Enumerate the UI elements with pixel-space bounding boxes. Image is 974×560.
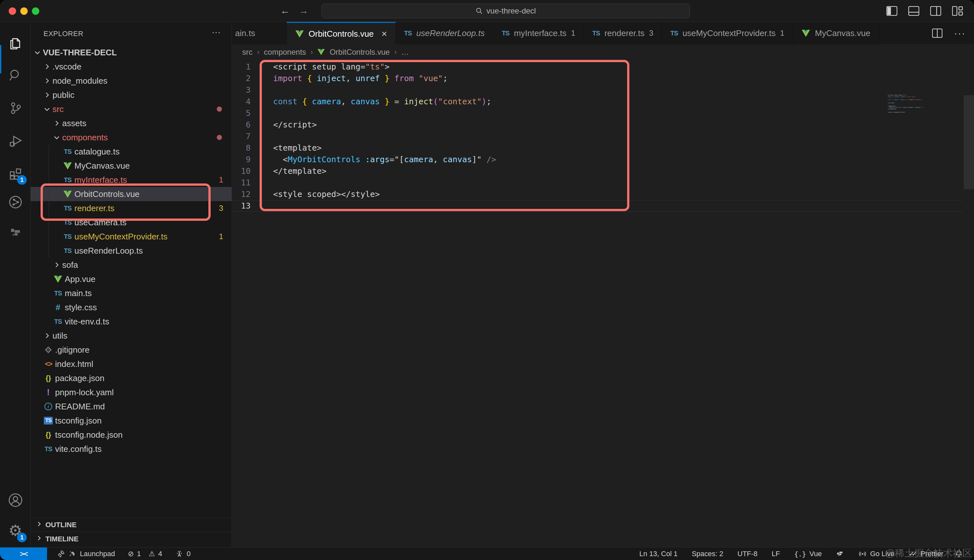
tab-renderer-ts[interactable]: TSrenderer.ts3	[584, 22, 662, 44]
file-item-usecamera-ts[interactable]: TSuseCamera.ts	[31, 215, 232, 230]
search-icon	[475, 7, 483, 15]
toggle-primary-sidebar-icon[interactable]	[886, 6, 897, 16]
toggle-panel-icon[interactable]	[908, 6, 919, 16]
command-center-search[interactable]: vue-three-decl	[321, 3, 690, 18]
file-item-vite-config-ts[interactable]: TSvite.config.ts	[31, 442, 232, 456]
sidebar-title: EXPLORER	[43, 30, 84, 38]
folder-item--vscode[interactable]: .vscode	[31, 60, 232, 74]
folder-item-public[interactable]: public	[31, 88, 232, 102]
file-item-catalogue-ts[interactable]: TScatalogue.ts	[31, 145, 232, 159]
settings-gear-icon[interactable]: ⚙ 1	[0, 516, 31, 545]
broadcast-icon	[859, 550, 867, 558]
circle-nodes-icon[interactable]	[0, 187, 31, 217]
eol-sequence[interactable]: LF	[772, 550, 780, 558]
file-item--gitignore[interactable]: .gitignore	[31, 343, 232, 357]
typescript-icon: TS	[404, 30, 412, 37]
file-item-readme-md[interactable]: iREADME.md	[31, 399, 232, 413]
file-item-myinterface-ts[interactable]: TSmyInterface.ts1	[31, 173, 232, 187]
encoding[interactable]: UTF-8	[738, 550, 758, 558]
breadcrumb-item[interactable]: src	[242, 48, 252, 57]
remote-indicator[interactable]: ><	[0, 547, 47, 560]
navigate-forward-button[interactable]: →	[296, 0, 311, 22]
close-tab-icon[interactable]: ×	[381, 28, 387, 39]
folder-item-vue-three-decl[interactable]: VUE-THREE-DECL	[31, 45, 232, 60]
file-item-usemycontextprovider-ts[interactable]: TSuseMyContextProvider.ts1	[31, 230, 232, 243]
minimap[interactable]: <script setup lang="ts">import { inject,…	[888, 95, 962, 115]
editor-scrollbar[interactable]	[964, 95, 974, 189]
minimize-window-button[interactable]	[20, 7, 28, 15]
tab-problem-badge: 1	[571, 28, 575, 38]
run-debug-icon[interactable]	[0, 126, 31, 156]
language-mode[interactable]: {᎐} Vue	[794, 550, 822, 558]
vue-icon	[317, 49, 325, 55]
timeline-section-header[interactable]: TIMELINE	[31, 532, 232, 546]
file-item-package-json[interactable]: {}package.json	[31, 371, 232, 385]
vscode-window: ← → vue-three-decl 1	[0, 0, 974, 560]
tab-userenderloop-ts[interactable]: TSuseRenderLoop.ts	[396, 22, 493, 44]
code-editor[interactable]: 12345678910111213 <script setup lang="ts…	[232, 60, 974, 547]
file-item-app-vue[interactable]: App.vue	[31, 272, 232, 286]
editor-group: ain.tsOrbitControls.vue×TSuseRenderLoop.…	[232, 22, 974, 547]
explorer-icon[interactable]	[0, 29, 31, 58]
folder-item-node-modules[interactable]: node_modules	[31, 74, 232, 88]
file-item-index-html[interactable]: <>index.html	[31, 357, 232, 371]
folder-item-assets[interactable]: assets	[31, 116, 232, 130]
problem-count-badge: 1	[219, 175, 223, 184]
tab-myinterface-ts[interactable]: TSmyInterface.ts1	[493, 22, 584, 44]
status-bar: >< Launchpad ⊘ 1 ⚠ 4 0 Ln 13, Col 1 Spac…	[0, 547, 974, 560]
file-item-vite-env-d-ts[interactable]: TSvite-env.d.ts	[31, 315, 232, 328]
folder-item-components[interactable]: components	[31, 130, 232, 145]
ports-status-item[interactable]: 0	[175, 550, 190, 558]
tab-usemycontextprovider-ts[interactable]: TSuseMyContextProvider.ts1	[662, 22, 793, 44]
file-item-main-ts[interactable]: TSmain.ts	[31, 286, 232, 300]
outline-section-header[interactable]: OUTLINE	[31, 518, 232, 532]
indent-guide	[48, 145, 49, 258]
file-item-tsconfig-json[interactable]: TStsconfig.json	[31, 413, 232, 428]
search-view-icon[interactable]	[0, 60, 31, 90]
file-item-tsconfig-node-json[interactable]: {}tsconfig.node.json	[31, 428, 232, 442]
account-icon[interactable]	[0, 485, 31, 515]
extensions-badge: 1	[17, 175, 27, 185]
folder-item-utils[interactable]: utils	[31, 328, 232, 343]
file-item-orbitcontrols-vue[interactable]: OrbitControls.vue	[31, 187, 232, 201]
file-item-userenderloop-ts[interactable]: TSuseRenderLoop.ts	[31, 243, 232, 258]
folder-item-sofa[interactable]: sofa	[31, 258, 232, 272]
problems-status-item[interactable]: ⊘ 1 ⚠ 4	[128, 550, 162, 558]
indentation[interactable]: Spaces: 2	[692, 550, 723, 558]
toggle-secondary-sidebar-icon[interactable]	[930, 6, 941, 16]
editor-more-actions-icon[interactable]: ···	[954, 28, 966, 38]
file-item-mycanvas-vue[interactable]: MyCanvas.vue	[31, 159, 232, 173]
file-item-style-css[interactable]: #style.css	[31, 300, 232, 315]
tab-ain-ts[interactable]: ain.ts	[232, 22, 287, 44]
extensions-icon[interactable]: 1	[0, 158, 31, 188]
blocks-extension-icon[interactable]	[0, 218, 31, 247]
close-window-button[interactable]	[9, 7, 16, 15]
split-editor-icon[interactable]	[932, 28, 942, 38]
navigate-back-button[interactable]: ←	[277, 0, 292, 22]
source-control-icon[interactable]	[0, 93, 31, 123]
tab-bar: ain.tsOrbitControls.vue×TSuseRenderLoop.…	[232, 22, 974, 44]
explorer-more-actions-icon[interactable]: ···	[212, 27, 221, 37]
customize-layout-icon[interactable]	[952, 6, 963, 16]
launchpad-status-item[interactable]: Launchpad	[57, 550, 115, 558]
chevron-right-icon	[43, 63, 50, 70]
tab-mycanvas-vue[interactable]: MyCanvas.vue	[793, 22, 879, 44]
tsconfig-icon: TS	[44, 417, 53, 425]
folder-item-src[interactable]: src	[31, 102, 232, 116]
vue-icon	[295, 30, 304, 38]
breadcrumb-tail[interactable]: …	[401, 48, 409, 57]
chevron-right-icon	[53, 120, 60, 127]
tab-orbitcontrols-vue[interactable]: OrbitControls.vue×	[287, 22, 396, 45]
file-item-renderer-ts[interactable]: TSrenderer.ts3	[31, 201, 232, 215]
breadcrumb-separator: ›	[394, 48, 396, 56]
typescript-icon: TS	[54, 318, 62, 325]
breadcrumb-item[interactable]: components	[264, 48, 306, 57]
file-item-pnpm-lock-yaml[interactable]: !pnpm-lock.yaml	[31, 385, 232, 399]
vue-icon	[63, 190, 72, 198]
vue-icon	[63, 162, 72, 170]
blocks-status-icon[interactable]	[836, 550, 844, 558]
chevron-right-icon	[36, 535, 42, 543]
cursor-position[interactable]: Ln 13, Col 1	[639, 550, 678, 558]
breadcrumb-item[interactable]: OrbitControls.vue	[329, 48, 390, 57]
zoom-window-button[interactable]	[32, 7, 39, 15]
